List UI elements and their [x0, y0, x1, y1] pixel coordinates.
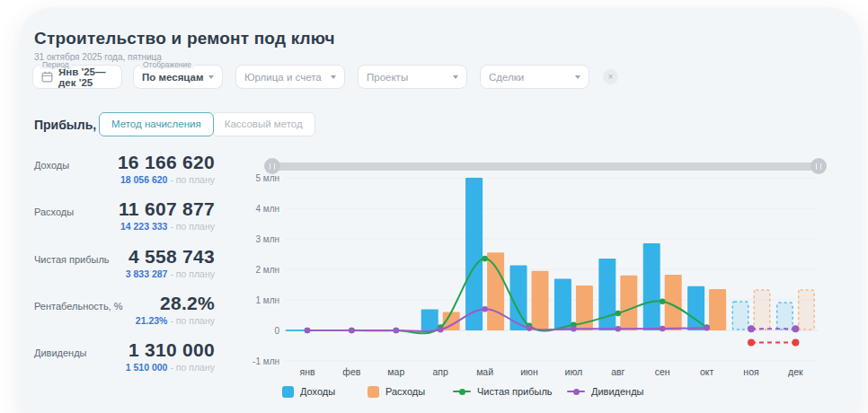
display-mode-label: Отображение [140, 61, 194, 69]
metric-row-income: Доходы 16 166 620 18 056 620- по плану [34, 153, 215, 192]
plan-suffix: - по плану [170, 174, 215, 185]
plan-suffix: - по плану [170, 362, 215, 373]
dividends-line-marker [567, 386, 585, 398]
projects-select[interactable]: Проекты [358, 65, 467, 89]
plan-suffix: - по плану [170, 268, 215, 279]
legend-label: Дивиденды [591, 386, 644, 397]
range-slider-right-handle[interactable] [810, 158, 827, 174]
plan-value-link[interactable]: 18 056 620 [120, 174, 168, 185]
metric-row-dividends: Дивиденды 1 310 000 1 510 000- по плану [34, 340, 215, 380]
plan-suffix: - по плану [170, 315, 215, 326]
calendar-icon [41, 71, 53, 83]
entities-select[interactable]: Юрлица и счета [235, 65, 345, 89]
legend-label: Доходы [300, 386, 335, 397]
metric-label: Дивиденды [34, 347, 87, 358]
method-tabs: Метод начисления Кассовый метод [99, 112, 315, 136]
metric-label: Чистая прибыль [34, 254, 110, 265]
legend-income[interactable]: Доходы [282, 385, 335, 398]
legend-net-profit[interactable]: Чистая прибыль [453, 385, 553, 398]
dashboard-card: Строительство и ремонт под ключ 31 октяб… [20, 7, 861, 413]
plan-value-link[interactable]: 3 833 287 [126, 268, 168, 279]
chart-range-slider-track[interactable] [268, 163, 821, 171]
period-filter-value: Янв '25—дек '25 [58, 66, 113, 88]
plan-value-link[interactable]: 14 223 333 [120, 221, 168, 232]
page-title: Строительство и ремонт под ключ [34, 29, 335, 48]
metric-label: Доходы [34, 160, 69, 171]
clear-filters-button[interactable]: × [603, 69, 618, 84]
chevron-down-icon [575, 75, 580, 79]
metric-label: Рентабельность, % [34, 301, 123, 312]
legend-label: Расходы [385, 386, 425, 397]
deals-select[interactable]: Сделки [480, 65, 589, 89]
legend-dividends[interactable]: Дивиденды [567, 385, 644, 398]
entities-placeholder: Юрлица и счета [244, 72, 322, 83]
period-filter-label: Период [40, 61, 72, 69]
tab-accrual-method[interactable]: Метод начисления [99, 112, 214, 136]
close-icon: × [608, 72, 614, 82]
chevron-down-icon [331, 75, 336, 79]
period-filter[interactable]: Период Янв '25—дек '25 [32, 65, 122, 89]
metric-row-expenses: Расходы 11 607 877 14 223 333- по плану [34, 199, 215, 239]
range-slider-left-handle[interactable] [264, 158, 280, 174]
deals-placeholder: Сделки [489, 72, 524, 83]
metric-row-profitability: Рентабельность, % 28.2% 21.23%- по плану [34, 294, 215, 333]
profit-section-title: Прибыль, ₽ [34, 118, 109, 132]
income-swatch [282, 386, 294, 398]
chevron-down-icon [453, 75, 458, 79]
plan-value-link[interactable]: 21.23% [136, 315, 168, 326]
metric-row-net-profit: Чистая прибыль 4 558 743 3 833 287- по п… [34, 247, 215, 286]
plan-value-link[interactable]: 1 510 000 [126, 362, 168, 373]
chevron-down-icon [208, 75, 214, 79]
metric-label: Расходы [34, 206, 74, 217]
display-mode-value: По месяцам [142, 72, 203, 83]
tab-cash-method[interactable]: Кассовый метод [212, 112, 315, 136]
plan-suffix: - по плану [170, 221, 215, 232]
expenses-swatch [368, 386, 379, 398]
legend-expenses[interactable]: Расходы [368, 385, 425, 398]
display-mode-select[interactable]: Отображение По месяцам [133, 65, 223, 89]
net-profit-line-marker [453, 386, 471, 398]
projects-placeholder: Проекты [367, 72, 408, 83]
legend-label: Чистая прибыль [477, 386, 553, 397]
